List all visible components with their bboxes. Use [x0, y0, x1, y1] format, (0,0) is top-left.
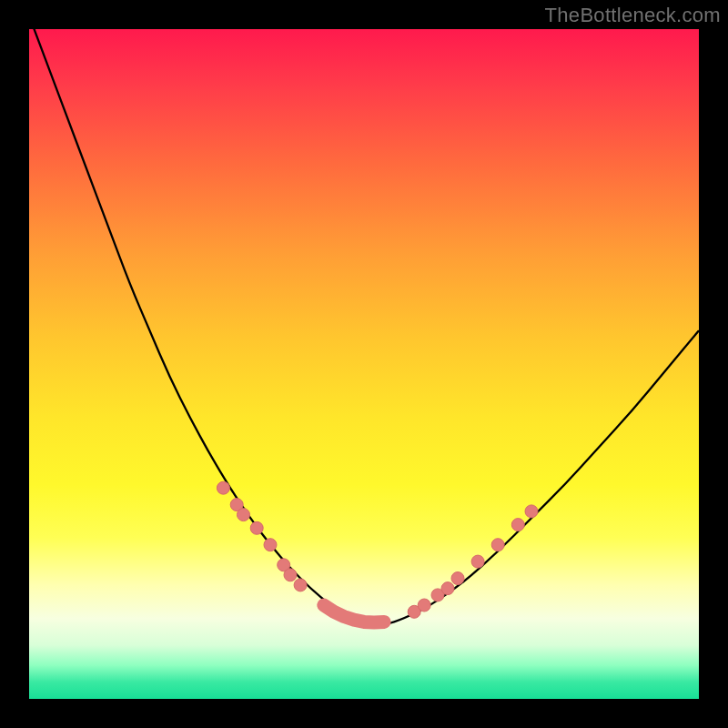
gradient-background — [29, 29, 699, 699]
plot-area — [29, 29, 699, 699]
watermark-text: TheBottleneck.com — [545, 4, 721, 27]
chart-stage: TheBottleneck.com — [0, 0, 728, 728]
